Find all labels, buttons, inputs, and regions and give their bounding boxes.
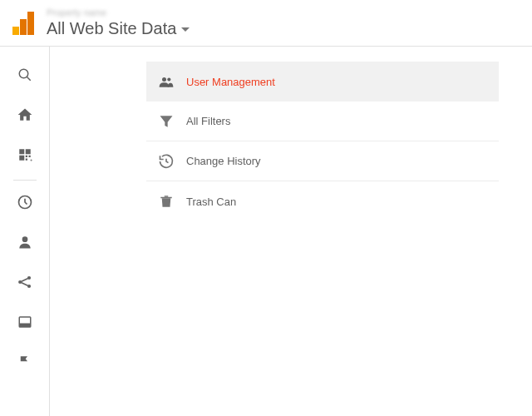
admin-item-user-management[interactable]: User Management: [146, 62, 499, 102]
admin-item-all-filters[interactable]: All Filters: [146, 102, 499, 141]
admin-item-label: Change History: [186, 155, 261, 167]
admin-item-label: All Filters: [186, 115, 230, 127]
users-icon: [158, 73, 175, 90]
nav-search[interactable]: [5, 57, 45, 97]
svg-rect-7: [25, 159, 27, 161]
svg-point-10: [22, 236, 27, 242]
svg-point-16: [162, 77, 166, 82]
flag-icon: [17, 354, 32, 373]
admin-item-trash-can[interactable]: Trash Can: [146, 181, 499, 221]
nav-conversions[interactable]: [5, 344, 45, 384]
share-icon: [17, 274, 33, 294]
nav-acquisition[interactable]: [5, 264, 45, 304]
svg-line-1: [27, 77, 31, 81]
view-name: All Web Site Data: [47, 19, 176, 37]
caret-down-icon: [181, 21, 190, 36]
svg-rect-15: [19, 324, 31, 328]
person-icon: [17, 234, 33, 254]
trash-icon: [158, 193, 175, 210]
admin-item-change-history[interactable]: Change History: [146, 141, 499, 181]
app-header: Property name All Web Site Data: [0, 0, 532, 47]
header-title-block: Property name All Web Site Data: [47, 8, 190, 37]
nav-behavior[interactable]: [5, 304, 45, 344]
svg-rect-2: [19, 149, 24, 154]
admin-panel: User Management All Filters Change Histo…: [50, 47, 532, 416]
svg-rect-3: [25, 149, 30, 154]
behavior-icon: [17, 314, 32, 333]
admin-item-label: Trash Can: [186, 196, 236, 208]
svg-point-0: [19, 69, 28, 78]
sidebar-divider: [13, 180, 37, 181]
home-icon: [17, 106, 33, 126]
svg-text:+: +: [30, 157, 32, 162]
property-label: Property name: [47, 8, 190, 17]
svg-rect-4: [19, 156, 24, 161]
analytics-logo-icon: [12, 12, 35, 35]
svg-point-17: [167, 77, 170, 81]
nav-audience[interactable]: [5, 224, 45, 264]
history-icon: [158, 153, 175, 170]
filter-icon: [158, 113, 175, 130]
svg-rect-5: [25, 156, 27, 157]
left-sidebar: +: [0, 47, 50, 416]
search-icon: [17, 67, 32, 86]
view-selector[interactable]: All Web Site Data: [47, 19, 190, 37]
nav-realtime[interactable]: [5, 184, 45, 224]
nav-customization[interactable]: +: [5, 136, 45, 176]
clock-icon: [17, 194, 33, 214]
dashboard-icon: +: [17, 147, 32, 166]
admin-item-label: User Management: [186, 76, 275, 88]
nav-home[interactable]: [5, 97, 45, 136]
